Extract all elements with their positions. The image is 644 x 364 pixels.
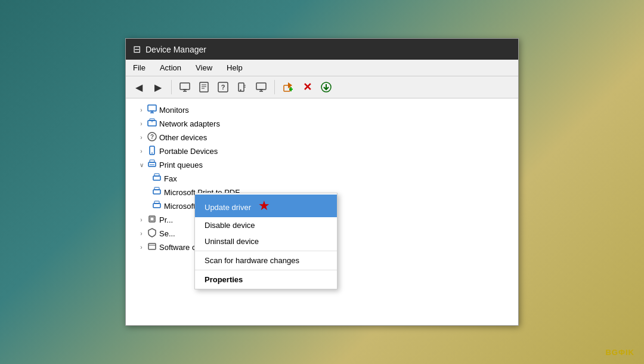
label-pq1: Fax [164,174,177,183]
tree-item-pq1[interactable]: Fax [126,172,518,186]
arrow-monitors: › [138,107,145,113]
svg-text:?: ? [150,134,154,140]
arrow-other: › [138,134,145,141]
icon-other: ? [147,132,157,143]
icon-pq3 [152,200,162,212]
tree-item-network[interactable]: › Network adapters [126,117,518,131]
svg-rect-46 [148,243,156,249]
icon-software [147,242,157,253]
ctx-update-driver[interactable]: Update driver ★ [195,195,337,217]
svg-rect-40 [153,190,160,194]
arrow-processor: › [138,217,145,223]
tree-item-portable[interactable]: › Portable Devices [126,144,518,158]
add-driver-button[interactable] [280,79,296,95]
arrow-portable: › [138,148,145,155]
monitor-button[interactable] [253,79,270,95]
icon-portable [147,146,157,157]
label-network: Network adapters [159,119,220,128]
forward-button[interactable]: ▶ [150,79,166,95]
icon-network [147,118,157,129]
watermark: BGФIK [605,348,634,357]
svg-rect-45 [150,217,154,221]
window-icon: ⊟ [133,44,141,55]
icon-processor [147,214,157,226]
menu-file[interactable]: File [131,62,148,73]
remove-button[interactable]: ✕ [299,79,315,95]
menu-view[interactable]: View [193,62,215,73]
svg-rect-24 [148,105,156,111]
icon-pq1 [152,173,162,184]
arrow-printqueues: ∨ [138,162,145,168]
ctx-uninstall-device[interactable]: Uninstall device [195,233,337,249]
arrow-software: › [138,244,145,251]
title-bar: ⊟ Device Manager [126,39,518,60]
svg-rect-0 [180,83,190,90]
device-manager-button[interactable] [177,79,193,95]
ctx-disable-device[interactable]: Disable device [195,217,337,233]
label-processor: Pr... [159,215,173,224]
star-icon: ★ [258,198,270,214]
help-button[interactable]: ? [215,79,231,95]
ctx-separator-2 [195,270,337,270]
context-menu: Update driver ★ Disable device Uninstall… [194,193,338,289]
svg-rect-42 [153,203,160,208]
label-portable: Portable Devices [159,147,218,156]
download-button[interactable] [318,79,335,95]
menu-bar: File Action View Help [126,60,518,76]
icon-security [147,228,157,239]
label-monitors: Monitors [159,106,189,115]
device-manager-window: ⊟ Device Manager File Action View Help ◀… [125,38,519,326]
svg-point-13 [240,90,241,91]
arrow-security: › [138,230,145,237]
toolbar-separator-2 [274,80,275,94]
toolbar-separator-1 [171,80,172,94]
icon-printqueues [147,159,157,171]
label-security: Se... [159,229,175,238]
ctx-separator-1 [195,251,337,251]
svg-rect-38 [153,176,160,180]
back-button[interactable]: ◀ [131,79,147,95]
label-other: Other devices [159,133,207,142]
ctx-properties[interactable]: Properties [195,272,337,288]
svg-rect-4 [200,82,208,92]
tree-item-printqueues[interactable]: ∨ Print queues [126,158,518,172]
svg-rect-14 [256,83,266,90]
window-title: Device Manager [145,45,206,54]
properties-button[interactable] [196,79,212,95]
content-area: › Monitors › Network adapters › ? Other … [126,98,518,325]
scan-hardware-button[interactable] [234,79,250,95]
svg-point-34 [151,153,153,154]
icon-monitors [147,104,157,116]
menu-action[interactable]: Action [157,62,184,73]
arrow-network: › [138,121,145,127]
svg-rect-29 [150,119,154,121]
toolbar: ◀ ▶ ? ✕ [126,76,518,98]
icon-pq2 [152,187,162,198]
label-printqueues: Print queues [159,161,203,169]
tree-item-other[interactable]: › ? Other devices [126,131,518,144]
ctx-scan-hardware[interactable]: Scan for hardware changes [195,252,337,269]
tree-item-monitors[interactable]: › Monitors [126,103,518,117]
svg-text:?: ? [221,84,225,91]
menu-help[interactable]: Help [224,62,245,73]
